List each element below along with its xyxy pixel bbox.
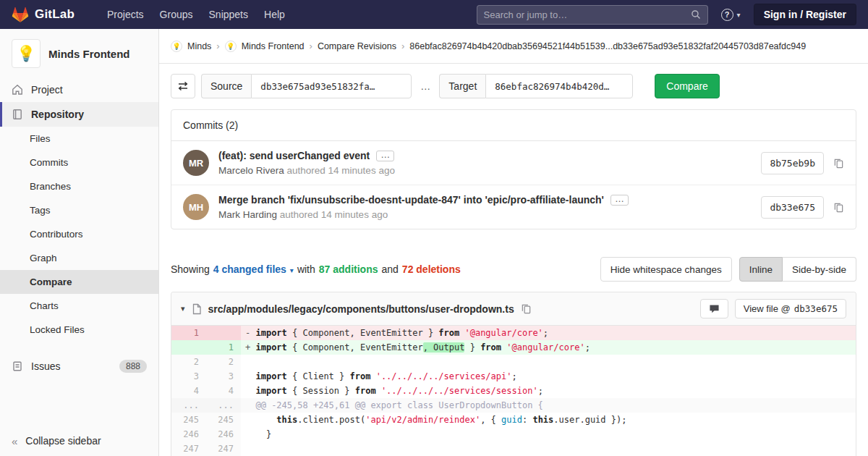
help-icon: ? [721,9,733,21]
minds-group-avatar-icon: 💡 [171,41,182,52]
old-line-number[interactable]: 247 [171,442,206,456]
changed-files-dropdown[interactable]: 4 changed files [213,263,286,275]
project-title[interactable]: Minds Frontend [48,48,130,60]
view-file-label: View file @ [744,303,791,314]
new-line-number[interactable]: 4 [206,384,241,398]
nav-snippets[interactable]: Snippets [201,3,256,26]
old-line-number[interactable] [171,340,206,355]
main-content: 💡 Minds › 💡 Minds Frontend › Compare Rev… [159,29,868,456]
sidebar-item-locked-files[interactable]: Locked Files [0,318,158,342]
help-menu[interactable]: ? ▾ [721,9,741,21]
sidebar-item-commits[interactable]: Commits [0,151,158,174]
breadcrumb-minds-frontend[interactable]: Minds Frontend [242,41,305,51]
diff-line: ...... @@ -245,58 +245,61 @@ export clas… [171,398,856,413]
old-line-number[interactable]: 3 [171,369,206,384]
view-file-button[interactable]: View file @ db33e675 [735,299,846,318]
commit-author-link[interactable]: Mark Harding [218,209,277,220]
nav-help[interactable]: Help [256,3,293,26]
minds-frontend-avatar-icon: 💡 [225,41,237,52]
old-line-number[interactable]: 2 [171,355,206,369]
new-line-number[interactable]: 246 [206,427,241,442]
compare-separator: … [417,80,433,92]
copy-icon [521,303,532,314]
side-by-side-view-button[interactable]: Side-by-side [783,257,856,282]
commit-sha-link[interactable]: db33e675 [761,196,824,219]
new-line-number[interactable] [206,326,241,340]
sidebar-item-branches[interactable]: Branches [0,174,158,198]
inline-view-button[interactable]: Inline [739,257,783,282]
sidebar-item-label: Project [31,84,63,96]
commit-description-expand-button[interactable]: … [376,151,394,161]
new-line-number[interactable]: 2 [206,355,241,369]
commit-author-avatar[interactable]: MH [183,194,209,220]
chevron-down-icon: ▾ [737,11,741,19]
old-line-number[interactable]: 246 [171,427,206,442]
hide-whitespace-button[interactable]: Hide whitespace changes [600,257,732,282]
commit-author-avatar[interactable]: MR [183,150,209,176]
sidebar-item-issues[interactable]: Issues 888 [0,353,158,379]
new-line-number[interactable]: 245 [206,413,241,427]
commit-main: Merge branch 'fix/unsubscribe-doesnt-upd… [218,194,743,220]
old-line-number[interactable]: ... [171,398,206,413]
nav-groups[interactable]: Groups [152,3,201,26]
collapse-sidebar-button[interactable]: « Collapse sidebar [0,427,158,456]
project-sidebar: 💡 Minds Frontend Project Repository File… [0,29,159,456]
commit-author-link[interactable]: Marcelo Rivera [218,165,284,176]
swap-revisions-button[interactable] [171,74,195,98]
old-line-number[interactable]: 1 [171,326,206,340]
copy-file-path-button[interactable] [521,303,532,314]
sidebar-item-files[interactable]: Files [0,127,158,151]
nav-projects[interactable]: Projects [99,3,152,26]
copy-sha-button[interactable] [833,158,844,169]
new-line-number[interactable]: 3 [206,369,241,384]
sidebar-item-compare[interactable]: Compare [0,270,158,294]
new-line-number[interactable]: ... [206,398,241,413]
sign-in-button[interactable]: Sign in / Register [754,4,856,25]
commit-description-expand-button[interactable]: … [610,195,629,206]
source-ref-dropdown[interactable]: db33e675ad93e51832fa… [251,74,412,98]
compare-button[interactable]: Compare [655,74,720,98]
breadcrumb-compare-revisions[interactable]: Compare Revisions [318,41,396,51]
project-avatar[interactable]: 💡 [12,39,41,68]
issues-icon [12,360,23,372]
commit-authored-time: authored 14 minutes ago [287,165,395,176]
source-label: Source [201,74,251,98]
new-line-number[interactable]: 247 [206,442,241,456]
sidebar-item-contributors[interactable]: Contributors [0,222,158,246]
breadcrumb-separator: › [401,41,404,51]
copy-sha-button[interactable] [833,202,844,213]
with-label: with [297,263,315,275]
old-line-number[interactable]: 245 [171,413,206,427]
gitlab-home-link[interactable]: GitLab [12,7,75,23]
diff-view-toggle: Inline Side-by-side [739,257,856,282]
breadcrumb-current: 86ebfac826974b4b420dbab35694521f44b51539… [409,41,806,51]
commit-title-link[interactable]: Merge branch 'fix/unsubscribe-doesnt-upd… [218,194,604,206]
caret-down-icon: ▾ [290,266,294,274]
sidebar-item-charts[interactable]: Charts [0,294,158,318]
toggle-comments-button[interactable] [700,299,728,318]
breadcrumb-minds[interactable]: Minds [187,41,211,51]
sidebar-item-graph[interactable]: Graph [0,246,158,270]
diff-file-path[interactable]: src/app/modules/legacy/components/button… [208,303,514,315]
breadcrumb-separator: › [216,41,219,51]
target-ref-dropdown[interactable]: 86ebfac826974b4b420d… [485,74,633,98]
project-context-header: 💡 Minds Frontend [0,29,158,77]
old-line-number[interactable]: 4 [171,384,206,398]
sidebar-item-project[interactable]: Project [0,77,158,102]
collapse-sidebar-icon: « [12,436,17,447]
gitlab-brand-text: GitLab [35,7,75,22]
diff-line-marker [245,386,255,396]
search-input[interactable] [484,9,691,20]
top-navbar: GitLab Projects Groups Snippets Help ? ▾… [0,0,868,29]
new-line-number[interactable]: 1 [206,340,241,355]
diff-line: 1- import { Component, EventEmitter } fr… [171,326,856,340]
collapse-diff-caret-icon[interactable]: ▾ [181,304,185,313]
sidebar-item-label: Issues [31,360,60,372]
sidebar-item-repository[interactable]: Repository [0,102,158,127]
navbar-search[interactable] [477,5,708,25]
commit-sha-link[interactable]: 8b75eb9b [761,152,824,174]
commit-title-link[interactable]: (feat): send userChanged event [218,150,370,161]
diff-stats-row: Showing 4 changed files ▾ with 87 additi… [171,257,856,282]
comment-icon [709,304,720,314]
sidebar-item-tags[interactable]: Tags [0,198,158,222]
